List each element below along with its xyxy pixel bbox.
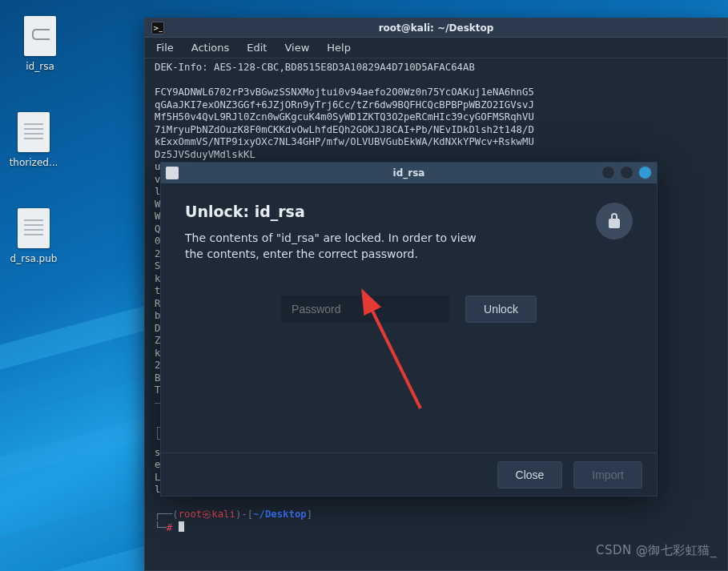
watermark: CSDN @御七彩虹猫_ bbox=[596, 543, 717, 558]
dialog-icon bbox=[166, 167, 179, 179]
menu-view[interactable]: View bbox=[284, 42, 309, 54]
import-button[interactable]: Import bbox=[573, 461, 642, 489]
dialog-titlebar[interactable]: id_rsa bbox=[161, 163, 657, 183]
terminal-menubar: File Actions Edit View Help bbox=[145, 38, 727, 58]
terminal-app-icon: >_ bbox=[151, 22, 164, 34]
terminal-title-text: root@kali: ~/Desktop bbox=[379, 22, 494, 34]
dialog-title-text: id_rsa bbox=[393, 167, 425, 179]
dek-line: DEK-Info: AES-128-CBC,BD8515E8D3A10829A4… bbox=[155, 62, 475, 73]
desktop-file-id-rsa-pub[interactable]: d_rsa.pub bbox=[2, 208, 66, 264]
close-button[interactable] bbox=[638, 166, 652, 179]
password-row: Unlock bbox=[185, 296, 633, 323]
menu-actions[interactable]: Actions bbox=[191, 42, 230, 54]
dialog-body: Unlock: id_rsa The contents of "id_rsa" … bbox=[161, 183, 657, 452]
desktop-file-id-rsa[interactable]: id_rsa bbox=[8, 16, 72, 72]
file-label: d_rsa.pub bbox=[2, 253, 66, 264]
dialog-heading: Unlock: id_rsa bbox=[185, 203, 633, 220]
file-label: thorized... bbox=[2, 157, 66, 168]
dialog-message: The contents of "id_rsa" are locked. In … bbox=[185, 230, 497, 262]
maximize-button[interactable] bbox=[620, 166, 633, 179]
menu-edit[interactable]: Edit bbox=[247, 42, 267, 54]
file-icon bbox=[18, 208, 50, 248]
password-input[interactable] bbox=[281, 296, 449, 323]
rsa-block: FCY9ADNWL6702rP3vBGwzSSNXMojtui0v94aefo2… bbox=[155, 86, 534, 147]
menu-help[interactable]: Help bbox=[327, 42, 351, 54]
lock-icon bbox=[596, 203, 633, 239]
dialog-footer: Close Import bbox=[161, 452, 657, 496]
file-icon bbox=[24, 16, 56, 56]
terminal-cursor bbox=[179, 521, 184, 532]
unlock-dialog: id_rsa Unlock: id_rsa The contents of "i… bbox=[160, 162, 658, 497]
file-label: id_rsa bbox=[8, 61, 72, 72]
desktop-file-authorized[interactable]: thorized... bbox=[2, 112, 66, 168]
window-buttons bbox=[601, 166, 652, 179]
file-icon bbox=[18, 112, 50, 152]
terminal-titlebar[interactable]: >_ root@kali: ~/Desktop bbox=[145, 18, 727, 38]
close-footer-button[interactable]: Close bbox=[497, 461, 563, 489]
menu-file[interactable]: File bbox=[156, 42, 174, 54]
unlock-button[interactable]: Unlock bbox=[465, 296, 537, 323]
minimize-button[interactable] bbox=[601, 166, 615, 179]
